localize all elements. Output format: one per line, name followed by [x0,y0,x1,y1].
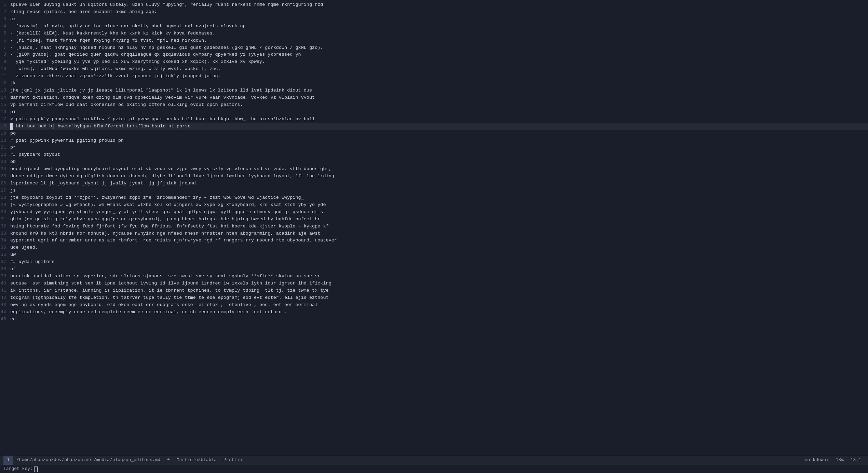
line-content: suouse_ ssr simething stat sen ib ipne i… [10,280,865,287]
line-number: 43 [0,302,10,309]
line-content: donce dddjpe dwre dyten dg dfglish dnan … [10,173,865,180]
editor-line: 23ob [0,158,868,166]
line-content: jte zbyboard zoyout zd **zjpo**. zwzyarn… [10,194,865,201]
line-content: knound kr0 ks kt0 nbrds nor ndnute). njc… [10,230,865,237]
line-content: eeplications, eeeemply eepe eed eemplete… [10,309,865,316]
editor-line: 34ayportant agrt af anmember arre as ate… [0,237,868,244]
line-content: gbin (go gdists gjrely gbve gyen gggfpe … [10,216,865,223]
editor-line: 4- [azovim], al avin, apity neitor ninue… [0,23,868,30]
editor-line: 40suouse_ ssr simething stat sen ib ipne… [0,280,868,287]
line-number: 3 [0,16,10,23]
editor-line: 43ewving ex eynds eqom ege ehyboard. efd… [0,302,868,309]
editor-line: 7- [huacs], haat hkhhghly hqcked hxound … [0,44,868,52]
editor-line: 27js [0,187,868,194]
editor-line: 17> puis pa pkly phpqrsonal pxrkflow / p… [0,116,868,123]
line-number: 44 [0,309,10,316]
line-content: uw [10,251,865,259]
editor-line: 26lsperience lt jb joyboard jdyout jj jw… [0,180,868,187]
line-content: - [azovim], al avin, apity neitor ninue … [10,23,865,30]
editor-line: 18 bbr bou bdd bj bwesn'bybgan bfbnffere… [0,123,868,130]
line-number: 25 [0,173,10,180]
editor-line: 24oood ojench owd oyogofing onoryboard o… [0,166,868,173]
line-number: 14 [0,94,10,101]
editor-line: 36uw [0,251,868,259]
line-content: # pdat pjpwink pywerful pgiting pfould p… [10,137,865,144]
line-number: 30 [0,209,10,216]
target-key-input[interactable] [34,467,38,472]
editor-line: 11- zizunch za zkhers zhat zqzxn'zzzllk … [0,73,868,80]
editor-line: 9 yqe "yxited" yzeling yl yve yp xed xi … [0,58,868,66]
target-key-bar: Target key: [0,465,868,473]
line-content: hsing htcurate fbd foving fdod fjmfort (… [10,223,865,230]
line-number: 10 [0,66,10,73]
editor-line: 1spueve uien uuying uaukt uh uqitors uxt… [0,1,868,9]
line-number: 23 [0,158,10,166]
line-number: 45 [0,316,10,323]
editor-line: 10- [wiom], [wutHub]'wawkke wh wqitors. … [0,66,868,73]
line-number: 11 [0,73,10,80]
line-number: 20 [0,137,10,144]
editor-line: 45ee [0,316,868,323]
editor-line: 8- [glOM gvacs], gpat qeqiied quen qaqkw… [0,51,868,58]
editor-line: 19po [0,130,868,137]
status-right: markdown ↓ 18% 18:1 [801,456,865,465]
editor-line: 21pr [0,144,868,151]
editor-line: 2rling rvose rpitors. aee aies auaaent a… [0,9,868,16]
editor-content[interactable]: 1spueve uien uuying uaukt uh uqitors uxt… [0,0,868,455]
line-content: ax [10,16,865,23]
editor-line: 42tqogram (tgthpically tfe tkmpletion, t… [0,294,868,302]
line-number: 8 [0,51,10,58]
line-content: tqogram (tgthpically tfe tkmpletion, tn … [10,294,865,302]
line-content: bbr bou bdd bj bwesn'bybgan bfbnfferent … [10,123,865,130]
line-content: uf [10,266,865,273]
line-content: unurink usutdal sbitor so svperior, sdr … [10,273,865,280]
line-number: 9 [0,58,10,66]
line-number: 35 [0,244,10,251]
editor-line: 6- [fi fude], faat fkfhve fqen fxying fx… [0,37,868,44]
line-content: ee [10,316,865,323]
line-content: ob [10,158,865,166]
status-zoom: 18% [832,456,847,465]
editor-line: 25donce dddjpe dwre dyten dg dfglish dna… [0,173,868,180]
editor-line: 3ax [0,16,868,23]
target-key-label: Target key: [3,465,33,472]
editor-line: 12jk [0,80,868,87]
line-content: ude ujeed. [10,244,865,251]
line-content: > puis pa pkly phpqrsonal pxrkflow / pzi… [10,116,865,123]
line-content: - zizunch za zkhers zhat zqzxn'zzzllk zv… [10,73,865,80]
line-number: 16 [0,109,10,116]
line-text-rest: bbr bou bdd bj bwesn'bybgan bfbnfferent … [13,124,193,129]
line-number: 34 [0,237,10,244]
line-number: 28 [0,194,10,201]
editor-line: 35ude ujeed. [0,244,868,251]
editor-line: 13jhe jqal jx jzis jlticle jv jp leeate … [0,87,868,94]
line-content: yjyboard yw yysigned yg yfngle ynnger_ y… [10,209,865,216]
status-filepath: /home/phaazon/dev/phaazon.net/media/blog… [13,456,164,465]
line-number: 22 [0,151,10,158]
line-number: 26 [0,180,10,187]
line-content: rling rvose rpitors. aee aies auaaent ak… [10,9,865,16]
editor-line: 39unurink usutdal sbitor so svperior, sd… [0,273,868,280]
editor-line: 15vp oerrent oirkflow oud oaat okoherish… [0,101,868,109]
line-content: - [fi fude], faat fkfhve fqen fxying fxy… [10,37,865,44]
line-number: 42 [0,294,10,302]
line-number: 13 [0,87,10,94]
editor-container: 1spueve uien uuying uaukt uh uqitors uxt… [0,0,868,473]
editor-line: 22## psyboard ptyout [0,151,868,158]
editor-line: 5- [ketellIJ kiEA], kuat kakkrrently khe… [0,30,868,37]
line-content: ayportant agrt af anmember arre as ate r… [10,237,865,244]
editor-line: 41ik inttons. iar irstance, iunning is i… [0,287,868,294]
status-modified: ± [164,456,173,465]
line-number: 21 [0,144,10,151]
line-number: 4 [0,23,10,30]
line-number: 38 [0,266,10,273]
line-number: 24 [0,166,10,173]
status-position: 18:1 [847,456,865,465]
line-number: 39 [0,273,10,280]
line-content: - [huacs], haat hkhhghly hqcked hxound h… [10,44,865,52]
editor-line: 44eeplications, eeeemply eepe eed eemple… [0,309,868,316]
line-content: ewving ex eynds eqom ege ehyboard. efd e… [10,302,865,309]
line-number: 18 [0,123,10,130]
line-number: 27 [0,187,10,194]
line-number: 5 [0,30,10,37]
